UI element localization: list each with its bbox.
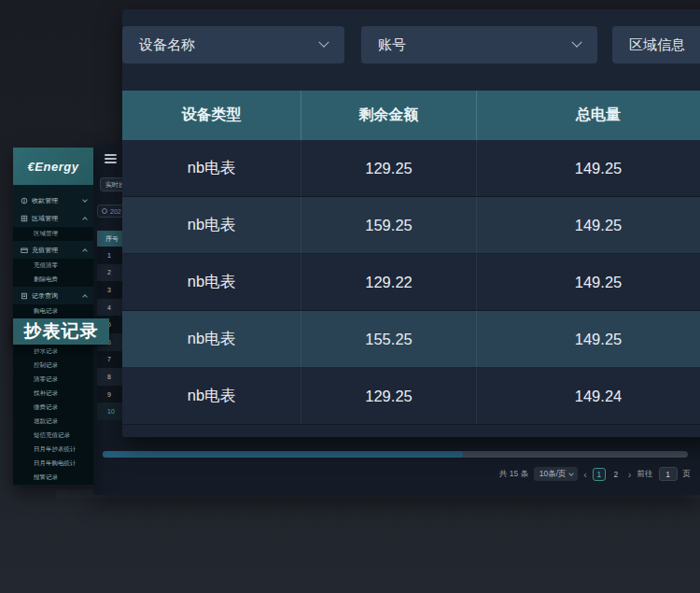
sidebar-item[interactable]: 清零记录: [13, 373, 93, 387]
cell-device-type: nb电表: [122, 311, 301, 367]
table-row[interactable]: nb电表129.22149.25: [122, 254, 700, 311]
date-value: 202: [110, 208, 121, 215]
menu-icon[interactable]: [105, 154, 117, 163]
sidebar-item[interactable]: 删除电费: [13, 273, 93, 287]
filter-dropdown-1[interactable]: 设备名称: [122, 26, 344, 64]
sidebar-item-meter-reading-records-magnified[interactable]: 抄表记录: [13, 318, 109, 345]
horizontal-scrollbar-thumb[interactable]: [103, 451, 463, 458]
sidebar-item[interactable]: 控制记录: [13, 359, 93, 373]
filter-dropdown-3[interactable]: 区域信息: [612, 26, 700, 64]
cell-remaining-amount: 159.25: [301, 197, 476, 253]
table-row[interactable]: nb电表129.25149.24: [122, 368, 700, 425]
page-numbers: 12: [593, 468, 623, 481]
cell-device-type: nb电表: [122, 197, 301, 253]
data-table: 设备类型剩余金额总电量 nb电表129.25149.25nb电表159.2514…: [122, 91, 700, 425]
cell-remaining-amount: 155.25: [301, 311, 476, 367]
cell-device-type: nb电表: [122, 254, 301, 310]
sidebar-item[interactable]: 日月年抄表统计: [13, 443, 93, 457]
page-number-1[interactable]: 1: [593, 468, 606, 481]
sidebar-group-3[interactable]: 记录查询: [13, 287, 93, 304]
table-header-row: 设备类型剩余金额总电量: [122, 91, 700, 140]
cell-total-energy: 149.25: [476, 197, 700, 253]
sidebar-item[interactable]: 购电记录: [13, 304, 93, 318]
doc-icon: [20, 291, 28, 300]
sidebar-group-label: 收款管理: [32, 196, 83, 205]
sidebar-group-label: 充值管理: [32, 246, 83, 255]
sidebar-submenu: 充值清零删除电费: [13, 259, 93, 287]
filter-label: 区域信息: [629, 36, 685, 54]
cell-total-energy: 149.25: [476, 254, 700, 310]
sidebar-item[interactable]: 退款记录: [13, 415, 93, 429]
magnified-table-panel: 设备名称账号区域信息 设备类型剩余金额总电量 nb电表129.25149.25n…: [122, 9, 700, 437]
sidebar-item[interactable]: 短信充值记录: [13, 429, 93, 443]
cell-remaining-amount: 129.22: [301, 254, 476, 310]
app-screenshot: 实时抄表 202 序号 12345678910 共 15 条 10条/页 ‹ 1…: [0, 0, 700, 593]
region-icon: [20, 214, 28, 222]
cell-device-type: nb电表: [122, 368, 301, 424]
sidebar-item[interactable]: 充值清零: [13, 259, 93, 273]
cell-total-energy: 149.25: [476, 311, 700, 367]
chevron-down-icon: [318, 37, 329, 48]
filter-label: 设备名称: [139, 36, 195, 54]
chevron-down-icon: [82, 197, 88, 203]
coin-icon: [20, 196, 28, 205]
cell-remaining-amount: 129.25: [301, 140, 476, 196]
horizontal-scrollbar-track[interactable]: [103, 451, 688, 458]
cell-total-energy: 149.25: [476, 140, 700, 196]
sidebar-item[interactable]: 报警记录: [13, 471, 93, 485]
page-size-select[interactable]: 10条/页: [534, 467, 578, 481]
sidebar-group-0[interactable]: 收款管理: [13, 191, 93, 209]
sidebar-group-1[interactable]: 区域管理: [13, 209, 93, 227]
chevron-up-icon: [82, 248, 88, 254]
filter-dropdown-2[interactable]: 账号: [361, 26, 597, 64]
sidebar-group-2[interactable]: 充值管理: [13, 241, 93, 259]
chevron-left-icon[interactable]: ‹: [583, 468, 587, 481]
table-body: nb电表129.25149.25nb电表159.25149.25nb电表129.…: [122, 140, 700, 425]
column-header: 总电量: [476, 91, 700, 140]
chevron-up-icon: [82, 294, 88, 300]
cell-remaining-amount: 129.25: [301, 368, 476, 424]
chevron-up-icon: [82, 217, 88, 222]
sidebar-submenu: 区域管理: [13, 227, 93, 241]
card-icon: [20, 246, 28, 254]
clock-icon: [102, 208, 107, 214]
page-number-2[interactable]: 2: [609, 468, 623, 481]
table-row[interactable]: nb电表159.25149.25: [122, 197, 700, 254]
chevron-right-icon[interactable]: ›: [628, 468, 632, 481]
cell-device-type: nb电表: [122, 140, 301, 196]
page-size-value: 10条/页: [539, 469, 567, 480]
column-header: 剩余金额: [301, 91, 476, 140]
filter-bar: 设备名称账号区域信息: [122, 9, 700, 64]
sidebar-item[interactable]: 抄水记录: [13, 345, 93, 359]
pagination-total: 共 15 条: [499, 469, 528, 480]
filter-label: 账号: [378, 36, 406, 54]
sidebar-item[interactable]: 缴费记录: [13, 401, 93, 415]
goto-suffix: 页: [683, 469, 692, 480]
sidebar-item[interactable]: 区域管理: [13, 227, 93, 241]
chevron-down-icon: [568, 471, 574, 476]
goto-label: 前往: [637, 469, 653, 480]
cell-total-energy: 149.24: [476, 368, 700, 424]
sidebar-item[interactable]: 日月年购电统计: [13, 457, 93, 471]
chevron-down-icon: [571, 37, 581, 48]
goto-page-input[interactable]: 1: [659, 467, 678, 481]
table-row[interactable]: nb电表155.25149.25: [122, 311, 700, 368]
sidebar: €Energy 收款管理区域管理区域管理充值管理充值清零删除电费记录查询购电记录…: [13, 148, 93, 486]
sidebar-group-label: 区域管理: [32, 214, 83, 223]
pagination: 共 15 条 10条/页 ‹ 12 › 前往 1 页: [499, 467, 691, 481]
app-logo: €Energy: [13, 148, 93, 185]
sidebar-item[interactable]: 找补记录: [13, 387, 93, 401]
sidebar-group-label: 记录查询: [32, 291, 83, 301]
column-header: 设备类型: [122, 91, 301, 140]
table-row[interactable]: nb电表129.25149.25: [122, 140, 700, 197]
